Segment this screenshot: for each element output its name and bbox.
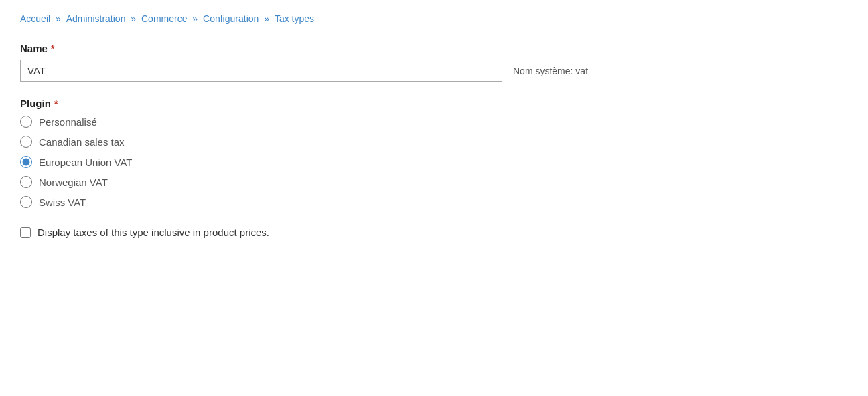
radio-label-canadian: Canadian sales tax <box>39 136 125 148</box>
breadcrumb: Accueil » Administration » Commerce » Co… <box>20 13 848 24</box>
system-name-text: Nom système: vat <box>513 66 588 76</box>
checkbox-section: Display taxes of this type inclusive in … <box>20 227 848 238</box>
radio-item-swiss[interactable]: Swiss VAT <box>20 196 848 208</box>
radio-item-personnalise[interactable]: Personnalisé <box>20 116 848 128</box>
name-input[interactable] <box>20 60 502 82</box>
radio-norwegian[interactable] <box>20 176 32 188</box>
inclusive-tax-checkbox[interactable] <box>20 227 31 238</box>
breadcrumb-separator-4: » <box>264 13 272 24</box>
plugin-label: Plugin * <box>20 98 848 109</box>
name-field-row: Nom système: vat <box>20 60 848 82</box>
breadcrumb-configuration[interactable]: Configuration <box>203 13 259 24</box>
breadcrumb-commerce[interactable]: Commerce <box>141 13 187 24</box>
radio-eu-vat[interactable] <box>20 156 32 168</box>
breadcrumb-administration[interactable]: Administration <box>66 13 126 24</box>
radio-label-personnalise: Personnalisé <box>39 116 97 128</box>
radio-label-swiss: Swiss VAT <box>39 197 86 208</box>
plugin-required-star: * <box>54 98 58 109</box>
radio-canadian[interactable] <box>20 136 32 148</box>
radio-group: Personnalisé Canadian sales tax European… <box>20 116 848 208</box>
radio-label-norwegian: Norwegian VAT <box>39 177 108 188</box>
plugin-section: Plugin * Personnalisé Canadian sales tax… <box>20 98 848 208</box>
radio-personnalise[interactable] <box>20 116 32 128</box>
breadcrumb-separator-1: » <box>56 13 64 24</box>
radio-label-eu-vat: European Union VAT <box>39 157 133 168</box>
radio-swiss[interactable] <box>20 196 32 208</box>
radio-item-canadian[interactable]: Canadian sales tax <box>20 136 848 148</box>
checkbox-label[interactable]: Display taxes of this type inclusive in … <box>38 227 269 238</box>
radio-item-norwegian[interactable]: Norwegian VAT <box>20 176 848 188</box>
name-label-text: Name <box>20 43 48 54</box>
name-section: Name * Nom système: vat <box>20 43 848 82</box>
breadcrumb-tax-types[interactable]: Tax types <box>275 13 314 24</box>
breadcrumb-separator-3: » <box>192 13 200 24</box>
breadcrumb-separator-2: » <box>131 13 139 24</box>
name-required-star: * <box>51 43 55 54</box>
breadcrumb-accueil[interactable]: Accueil <box>20 13 50 24</box>
radio-item-eu-vat[interactable]: European Union VAT <box>20 156 848 168</box>
name-label: Name * <box>20 43 848 54</box>
plugin-label-text: Plugin <box>20 98 51 109</box>
